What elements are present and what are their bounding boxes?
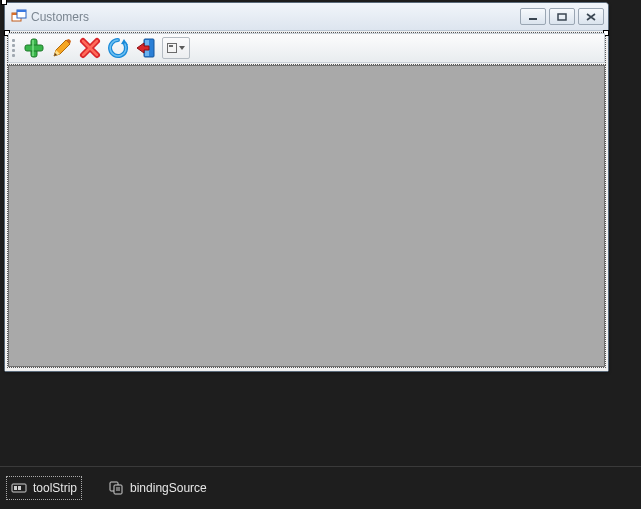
window-title: Customers: [31, 10, 520, 24]
maximize-button[interactable]: [549, 8, 575, 25]
toolstrip-add-dropdown[interactable]: [162, 37, 190, 59]
tray-item-label: bindingSource: [130, 481, 207, 495]
edit-button[interactable]: [48, 35, 76, 61]
toolstrip-icon: [11, 480, 27, 496]
resize-handle[interactable]: [1, 0, 7, 5]
tray-item-bindingsource[interactable]: bindingSource: [104, 477, 211, 499]
svg-rect-3: [17, 10, 26, 12]
exit-button[interactable]: [132, 35, 160, 61]
svg-rect-18: [14, 486, 17, 490]
svg-rect-5: [558, 14, 566, 20]
svg-rect-19: [18, 486, 21, 490]
chevron-down-icon: [179, 46, 185, 50]
designer-surface: Customers: [0, 0, 641, 440]
form-icon: [11, 9, 27, 25]
delete-button[interactable]: [76, 35, 104, 61]
toolstrip[interactable]: [8, 33, 605, 63]
add-button[interactable]: [20, 35, 48, 61]
form-window[interactable]: Customers: [4, 2, 609, 372]
component-tray: toolStrip bindingSource: [0, 467, 641, 509]
datagrid[interactable]: [8, 65, 605, 367]
refresh-button[interactable]: [104, 35, 132, 61]
toolstrip-grip[interactable]: [11, 34, 17, 62]
bindingsource-icon: [108, 480, 124, 496]
tray-item-toolstrip[interactable]: toolStrip: [6, 476, 82, 500]
new-item-icon: [167, 43, 177, 53]
svg-rect-8: [32, 40, 34, 56]
close-button[interactable]: [578, 8, 604, 25]
tray-item-label: toolStrip: [33, 481, 77, 495]
titlebar: Customers: [5, 3, 608, 31]
svg-rect-4: [529, 18, 537, 20]
minimize-button[interactable]: [520, 8, 546, 25]
client-area: [5, 31, 608, 371]
